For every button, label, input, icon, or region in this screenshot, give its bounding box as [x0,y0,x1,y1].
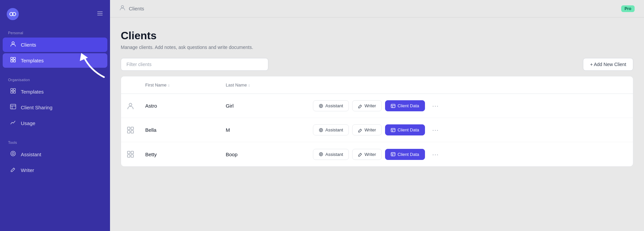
first-name-sort-icon[interactable]: ↕ [168,83,170,87]
row-2-icon-cell [121,126,140,134]
row-2-more-button[interactable]: ··· [428,126,446,134]
table-header-actions [308,80,633,90]
row-3-actions: Assistant Writer Client Data ··· [308,146,633,163]
clients-table: First Name ↕ Last Name ↕ Astro [121,76,633,167]
row-3-client-data-button[interactable]: Client Data [385,149,425,160]
svg-rect-28 [127,130,130,133]
topbar-page-label: Clients [129,6,144,11]
tools-section-label: Tools [0,136,110,147]
row-2-client-data-button[interactable]: Client Data [385,124,425,135]
svg-point-30 [319,128,323,132]
svg-rect-4 [97,15,103,15]
svg-rect-7 [13,57,15,59]
row-3-icon-cell [121,151,140,158]
usage-icon [9,119,17,127]
svg-point-31 [320,129,322,131]
row-2-writer-button[interactable]: Writer [352,124,382,135]
row-3-writer-button[interactable]: Writer [352,149,382,160]
svg-point-19 [121,6,124,8]
svg-rect-9 [13,60,15,62]
sidebar-item-templates-org-label: Templates [21,89,44,95]
svg-point-17 [11,151,15,156]
filter-clients-input[interactable] [121,58,268,71]
row-1-last-name: Girl [220,100,308,111]
sidebar-item-writer-label: Writer [21,167,34,173]
svg-rect-2 [97,11,103,12]
svg-rect-11 [13,89,15,91]
sidebar-item-usage[interactable]: Usage [3,116,107,130]
app-logo [7,8,19,20]
add-new-client-button[interactable]: + Add New Client [583,58,633,71]
svg-point-40 [320,154,322,155]
content-area: Clients Manage clients. Add notes, ask q… [110,17,644,231]
svg-point-5 [12,42,14,44]
last-name-sort-icon[interactable]: ↕ [248,83,250,87]
topbar: Clients Pro [110,0,644,17]
topbar-clients-icon [119,5,125,12]
svg-rect-8 [11,60,13,62]
row-1-client-data-button[interactable]: Client Data [385,100,425,111]
svg-point-21 [319,104,323,108]
table-row: Betty Boop Assistant Writer Client Data [121,142,633,166]
clients-icon [9,41,17,49]
svg-rect-29 [131,130,134,133]
page-title: Clients [121,30,633,42]
sidebar-toggle-button[interactable] [97,10,103,18]
svg-rect-38 [131,155,134,158]
row-1-assistant-button[interactable]: Assistant [313,100,349,111]
svg-rect-6 [11,57,13,59]
personal-section-label: Personal [0,27,110,37]
sidebar: Personal Clients Templates Organisation [0,0,110,231]
row-3-first-name: Betty [140,149,220,160]
row-3-last-name: Boop [220,149,308,160]
sidebar-item-clients[interactable]: Clients [3,38,107,52]
row-3-assistant-button[interactable]: Assistant [313,149,349,160]
row-1-writer-button[interactable]: Writer [352,100,382,111]
sidebar-item-templates-personal[interactable]: Templates [3,53,107,68]
svg-point-18 [12,153,14,155]
svg-rect-23 [391,104,395,108]
sidebar-item-assistant-label: Assistant [21,152,41,157]
row-1-more-button[interactable]: ··· [428,102,446,110]
row-2-last-name: M [220,124,308,135]
client-sharing-icon [9,104,17,111]
templates-org-icon [9,88,17,96]
sidebar-item-client-sharing[interactable]: Client Sharing [3,100,107,115]
row-1-icon-cell [121,102,140,110]
table-header-icon-col [121,80,140,90]
svg-rect-41 [391,153,395,156]
svg-rect-27 [131,127,134,130]
first-name-label: First Name [145,82,167,88]
table-row: Bella M Assistant Writer Client Data [121,118,633,142]
row-1-actions: Assistant Writer Client Data ··· [308,98,633,114]
page-subtitle: Manage clients. Add notes, ask questions… [121,45,633,50]
table-row: Astro Girl Assistant Writer Client Data [121,94,633,118]
sidebar-item-client-sharing-label: Client Sharing [21,105,52,110]
sidebar-item-assistant[interactable]: Assistant [3,147,107,162]
table-header-last-name: Last Name ↕ [220,80,308,90]
sidebar-item-usage-label: Usage [21,120,35,126]
sidebar-item-templates-org[interactable]: Templates [3,84,107,99]
main-content: Clients Pro Clients Manage clients. Add … [110,0,644,231]
svg-rect-35 [127,151,130,154]
svg-rect-14 [10,104,16,109]
row-3-more-button[interactable]: ··· [428,151,446,158]
sidebar-header [0,5,110,27]
svg-rect-36 [131,151,134,154]
topbar-breadcrumb: Clients [119,5,144,12]
svg-rect-37 [127,155,130,158]
table-header: First Name ↕ Last Name ↕ [121,76,633,94]
row-1-first-name: Astro [140,100,220,111]
table-header-first-name: First Name ↕ [140,80,220,90]
templates-personal-icon [9,57,17,64]
svg-rect-32 [391,128,395,132]
row-2-assistant-button[interactable]: Assistant [313,124,349,135]
pro-badge: Pro [621,5,635,12]
row-2-first-name: Bella [140,124,220,135]
svg-point-22 [320,105,322,107]
sidebar-item-writer[interactable]: Writer [3,163,107,177]
organisation-section-label: Organisation [0,74,110,84]
sidebar-item-templates-personal-label: Templates [21,58,44,63]
actions-row: + Add New Client [121,58,633,71]
svg-rect-13 [13,91,15,93]
